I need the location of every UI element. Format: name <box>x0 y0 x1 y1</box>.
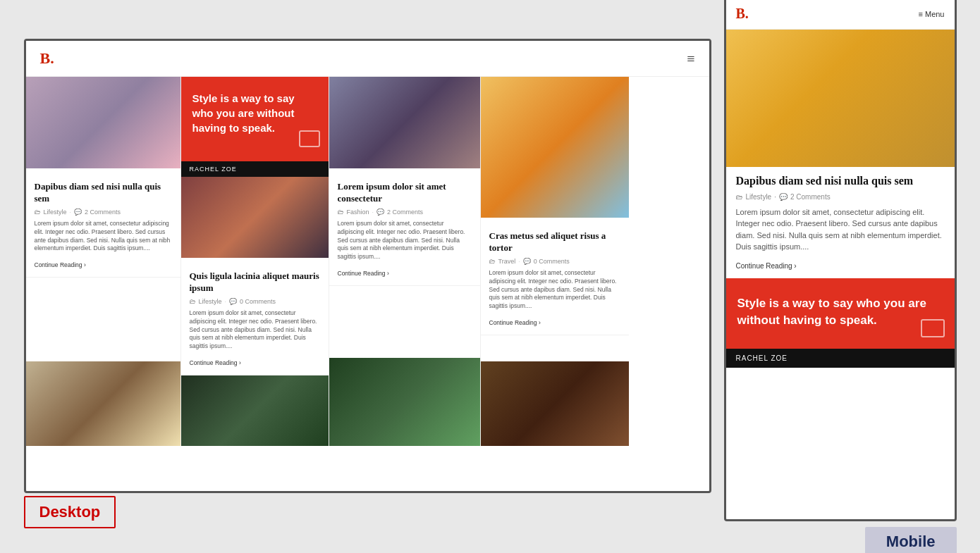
post-1-image <box>26 77 180 168</box>
desktop-col-1: Dapibus diam sed nisi nulla quis sem 🗁 L… <box>26 77 181 446</box>
post-2-continue[interactable]: Continue Reading <box>190 359 241 366</box>
post-2b-image <box>181 375 329 446</box>
mobile-post-content: Dapibus diam sed nisi nulla quis sem 🗁 L… <box>726 167 955 278</box>
post-1-meta: 🗁 Lifestyle · 💬 2 Comments <box>35 209 172 216</box>
mobile-quote-icon <box>921 319 945 337</box>
post-1-comments: 2 Comments <box>85 209 121 216</box>
post-1-excerpt: Lorem ipsum dolor sit amet, consectetur … <box>35 220 172 254</box>
folder-icon-3: 🗁 <box>338 209 344 216</box>
post-3-category: Fashion <box>347 209 369 216</box>
post-4-card: Cras metus sed aliquet risus a tortor 🗁 … <box>481 218 629 335</box>
desktop-header: B. ≡ <box>26 41 709 77</box>
hamburger-icon[interactable]: ≡ <box>687 51 694 67</box>
post-4-meta: 🗁 Travel · 💬 0 Comments <box>489 258 620 265</box>
post-4-title: Cras metus sed aliquet risus a tortor <box>489 230 620 254</box>
folder-icon: 🗁 <box>35 209 41 216</box>
post-1-category: Lifestyle <box>44 209 67 216</box>
post-3-title: Lorem ipsum dolor sit amet consectetur <box>338 181 472 205</box>
desktop-col-3: Lorem ipsum dolor sit amet consectetur 🗁… <box>329 77 481 446</box>
post-3-image <box>329 77 480 168</box>
post-3b-image <box>329 358 480 446</box>
post-4-continue[interactable]: Continue Reading <box>489 319 541 326</box>
desktop-quote-text: Style is a way to say who you are withou… <box>192 91 317 135</box>
mobile-menu-button[interactable]: ≡ Menu <box>919 10 945 18</box>
mobile-logo: B. <box>736 6 749 22</box>
mobile-post-excerpt: Lorem ipsum dolor sit amet, consectetur … <box>736 206 945 253</box>
post-2-category: Lifestyle <box>199 298 222 305</box>
desktop-blog-grid: Dapibus diam sed nisi nulla quis sem 🗁 L… <box>26 77 709 446</box>
post-3-continue[interactable]: Continue Reading <box>338 270 389 277</box>
mobile-frame: B. ≡ Menu Dapibus diam sed nisi nulla qu… <box>724 0 957 521</box>
mobile-quote-author: RACHEL ZOE <box>726 349 955 368</box>
mobile-post-category: Lifestyle <box>746 193 772 201</box>
desktop-frame: B. ≡ Dapibus diam sed nisi nulla quis se… <box>24 39 711 493</box>
post-4-excerpt: Lorem ipsum dolor sit amet, consectetur … <box>489 269 620 311</box>
post-1-continue[interactable]: Continue Reading <box>35 261 86 268</box>
mobile-quote-card: Style is a way to say who you are withou… <box>726 278 955 349</box>
comment-icon-2: 💬 <box>229 298 237 305</box>
mobile-continue-reading[interactable]: Continue Reading <box>736 262 797 270</box>
post-4-comments: 0 Comments <box>534 258 570 265</box>
post-4-image <box>481 77 629 218</box>
post-2-title: Quis ligula lacinia aliquet mauris ipsum <box>190 271 320 294</box>
desktop-label: Desktop <box>24 496 116 528</box>
desktop-quote-author: RACHEL ZOE <box>181 161 329 177</box>
desktop-quote-icon <box>299 130 320 147</box>
post-2-meta: 🗁 Lifestyle · 💬 0 Comments <box>190 298 320 305</box>
desktop-logo: B. <box>40 49 54 68</box>
mobile-post-image <box>726 30 955 167</box>
mobile-comment-icon: 💬 <box>779 193 788 201</box>
post-1-title: Dapibus diam sed nisi nulla quis sem <box>35 181 172 205</box>
post-3-comments: 2 Comments <box>387 209 423 216</box>
post-3-excerpt: Lorem ipsum dolor sit amet, consectetur … <box>338 220 472 261</box>
post-3-card: Lorem ipsum dolor sit amet consectetur 🗁… <box>329 168 480 286</box>
folder-icon-2: 🗁 <box>190 298 196 305</box>
mobile-label: Mobile <box>865 527 957 553</box>
post-1-card: Dapibus diam sed nisi nulla quis sem 🗁 L… <box>26 168 180 278</box>
post-3-meta: 🗁 Fashion · 💬 2 Comments <box>338 209 472 216</box>
mobile-header: B. ≡ Menu <box>726 0 955 30</box>
desktop-col-2: Style is a way to say who you are withou… <box>181 77 329 446</box>
post-2-image <box>181 177 329 258</box>
post-2-comments: 0 Comments <box>240 298 276 305</box>
mobile-post-title: Dapibus diam sed nisi nulla quis sem <box>736 174 945 189</box>
mobile-quote-text: Style is a way to say who you are withou… <box>737 295 943 329</box>
post-4-category: Travel <box>498 258 516 265</box>
folder-icon-4: 🗁 <box>489 258 496 265</box>
post-1b-image <box>26 361 180 446</box>
comment-icon-4: 💬 <box>523 258 531 265</box>
post-2-excerpt: Lorem ipsum dolor sit amet, consectetur … <box>190 309 320 351</box>
comment-icon: 💬 <box>74 209 82 216</box>
mobile-folder-icon: 🗁 <box>736 193 743 201</box>
mobile-post-meta: 🗁 Lifestyle · 💬 2 Comments <box>736 193 945 201</box>
mobile-post-comments: 2 Comments <box>790 193 831 201</box>
post-2-card: Quis ligula lacinia aliquet mauris ipsum… <box>181 258 329 375</box>
desktop-quote-card: Style is a way to say who you are withou… <box>181 77 329 161</box>
desktop-col-4: Cras metus sed aliquet risus a tortor 🗁 … <box>481 77 629 446</box>
post-4b-image <box>481 361 629 446</box>
comment-icon-3: 💬 <box>376 209 384 216</box>
